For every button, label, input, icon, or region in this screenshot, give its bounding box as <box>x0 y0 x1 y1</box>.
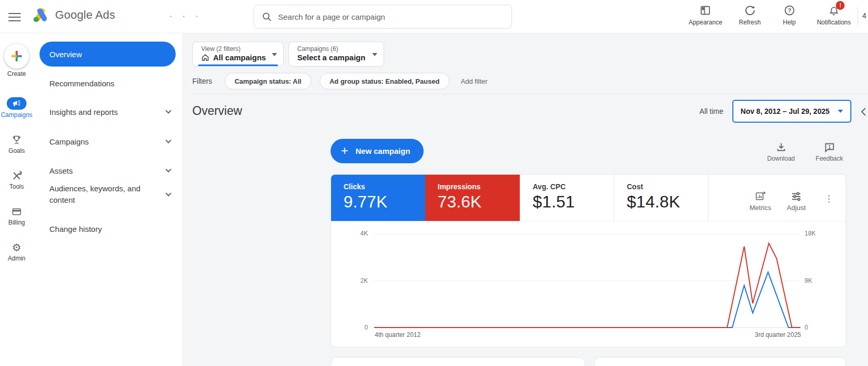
scope-selectors: View (2 filters) All campaigns Campaigns… <box>192 42 384 67</box>
page-title: Overview <box>192 104 242 118</box>
scorecard-impressions[interactable]: Impressions 73.6K <box>425 175 520 221</box>
overview-chart-svg <box>374 233 800 328</box>
rail-item-billing[interactable]: Billing <box>8 206 25 226</box>
scorecard-cost[interactable]: Cost $14.8K <box>614 175 708 221</box>
global-search[interactable] <box>254 5 512 29</box>
view-selector[interactable]: View (2 filters) All campaigns <box>192 42 284 67</box>
notifications-label: Notifications <box>817 19 851 26</box>
subnav-item-assets[interactable]: Assets <box>49 164 173 177</box>
date-range-picker[interactable]: Nov 8, 2012 – Jul 29, 2025 <box>732 100 851 123</box>
view-selector-label: View (2 filters) <box>201 45 268 53</box>
clicks-label: Clicks <box>344 182 425 191</box>
campaigns-subnav: Overview Recommendations Insights and re… <box>33 33 182 366</box>
chart-body: 4K 2K 0 18K <box>331 221 846 338</box>
campaigns-rail-label: Campaigns <box>1 111 33 119</box>
google-ads-logo[interactable]: Google Ads <box>32 7 115 23</box>
subnav-item-insights-and-reports[interactable]: Insights and reports <box>49 106 173 118</box>
help-label: Help <box>783 19 796 26</box>
subnav-item-change-history[interactable]: Change history <box>49 223 173 235</box>
rail-item-tools[interactable]: Tools <box>9 170 24 190</box>
trophy-icon <box>11 134 22 146</box>
plus-multicolor-icon <box>10 50 23 62</box>
notifications-button[interactable]: ! Notifications <box>817 4 851 26</box>
assets-nav-label: Assets <box>49 166 73 175</box>
metrics-button[interactable]: Metrics <box>749 190 771 212</box>
refresh-label: Refresh <box>739 19 761 26</box>
date-range-value: Nov 8, 2012 – Jul 29, 2025 <box>741 107 830 115</box>
credit-card-icon <box>11 206 22 217</box>
feedback-button[interactable]: Feedback <box>816 142 843 162</box>
overview-chart-card: Clicks 9.77K Impressions 73.6K Avg. CPC … <box>331 174 846 347</box>
refresh-button[interactable]: Refresh <box>738 4 762 26</box>
scorecard-clicks[interactable]: Clicks 9.77K <box>331 175 425 221</box>
campaigns-card: Campaigns ⋮ <box>594 357 846 366</box>
clicks-value: 9.77K <box>344 192 425 212</box>
chevron-left-icon[interactable] <box>861 107 867 116</box>
download-icon <box>776 142 786 152</box>
view-selector-value: All campaigns <box>213 53 266 62</box>
insights-nav-label: Insights and reports <box>49 108 118 116</box>
chart-overflow-menu-icon[interactable]: ⋮ <box>821 190 836 208</box>
adjust-sliders-icon <box>791 190 802 202</box>
search-icon <box>261 11 272 22</box>
topbar-actions: Appearance Refresh ? Help <box>689 4 851 26</box>
scorecard-avg-cpc[interactable]: Avg. CPC $1.51 <box>520 175 614 221</box>
notifications-badge: ! <box>836 1 845 10</box>
create-button[interactable] <box>4 44 29 69</box>
goals-label: Goals <box>8 147 24 154</box>
subnav-item-recommendations[interactable]: Recommendations <box>49 77 173 89</box>
campaign-selector-value: Select a campaign <box>297 53 365 62</box>
search-input[interactable] <box>278 12 504 21</box>
filters-label: Filters <box>192 77 212 85</box>
scorecard-row: Clicks 9.77K Impressions 73.6K Avg. CPC … <box>331 175 846 221</box>
admin-label: Admin <box>8 255 25 262</box>
adjust-label: Adjust <box>787 204 806 212</box>
new-campaign-button[interactable]: + New campaign <box>331 139 424 163</box>
redacted-account-area <box>124 4 243 28</box>
series-impressions <box>374 243 800 328</box>
y-axis-left: 4K 2K 0 <box>331 233 374 328</box>
filter-chip-ad-group-status[interactable]: Ad group status: Enabled, Paused <box>320 73 450 89</box>
chart-tools: Metrics <box>708 175 846 221</box>
campaigns-card-menu-icon[interactable]: ⋮ <box>823 363 838 366</box>
recommendations-nav-label: Recommendations <box>49 79 114 88</box>
y-left-tick-4k: 4K <box>360 230 368 237</box>
billing-label: Billing <box>8 219 25 226</box>
rail-item-admin[interactable]: ⚙ Admin <box>8 242 25 262</box>
rail-item-campaigns[interactable]: Campaigns <box>1 97 33 119</box>
download-button[interactable]: Download <box>767 142 795 162</box>
main-content: View (2 filters) All campaigns Campaigns… <box>182 33 868 366</box>
adjust-button[interactable]: Adjust <box>787 190 806 212</box>
recommendation-card-menu-icon[interactable]: ⋮ <box>562 363 577 366</box>
plus-icon: + <box>341 145 348 157</box>
main-menu-icon[interactable] <box>8 10 23 23</box>
download-label: Download <box>767 155 795 162</box>
new-campaign-label: New campaign <box>356 147 410 155</box>
recommendation-card: Recommendation ⋮ <box>331 357 585 366</box>
change-history-nav-label: Change history <box>49 225 102 233</box>
add-filter-button[interactable]: Add filter <box>461 77 488 85</box>
y-axis-right: 18K 9K 0 <box>800 233 846 328</box>
navigation-rail: Create Campaigns <box>0 33 33 366</box>
product-name: Google Ads <box>55 8 115 22</box>
overview-header: Overview All time Nov 8, 2012 – Jul 29, … <box>182 100 868 124</box>
chevron-down-icon <box>165 166 171 172</box>
filter-chip-campaign-status[interactable]: Campaign status: All <box>225 73 311 89</box>
campaign-selector[interactable]: Campaigns (6) Select a campaign <box>288 42 384 67</box>
subnav-item-audiences-keywords-content[interactable]: Audiences, keywords, and content <box>49 183 173 206</box>
appearance-label: Appearance <box>689 19 722 26</box>
rail-item-goals[interactable]: Goals <box>8 134 24 154</box>
help-button[interactable]: ? Help <box>778 4 801 26</box>
subnav-item-campaigns[interactable]: Campaigns <box>49 135 173 148</box>
appearance-button[interactable]: Appearance <box>689 4 722 26</box>
google-ads-app: Google Ads Appearance <box>0 0 868 366</box>
x-axis-end-label: 3rd quarter 2025 <box>755 331 801 338</box>
account-id-partial: 4 <box>862 11 866 20</box>
help-icon: ? <box>784 4 795 17</box>
appearance-icon <box>700 4 711 17</box>
metrics-icon <box>755 190 766 202</box>
y-left-tick-0: 0 <box>364 324 368 331</box>
cost-value: $14.8K <box>627 192 708 212</box>
subnav-item-overview[interactable]: Overview <box>40 42 176 67</box>
audiences-nav-label: Audiences, keywords, and content <box>49 183 154 206</box>
